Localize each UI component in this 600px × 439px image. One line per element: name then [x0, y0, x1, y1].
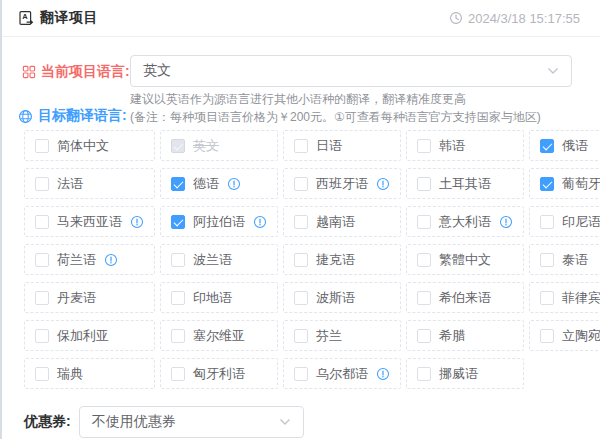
- language-option[interactable]: 菲律宾: [529, 282, 600, 313]
- checkbox[interactable]: [417, 215, 431, 229]
- language-label: 意大利语: [439, 213, 491, 231]
- checkbox[interactable]: [540, 215, 554, 229]
- language-option[interactable]: 葡萄牙语: [529, 168, 600, 199]
- current-language-value: 英文: [143, 62, 171, 80]
- checkbox[interactable]: [294, 139, 308, 153]
- language-option[interactable]: 匈牙利语: [160, 358, 278, 389]
- checkbox[interactable]: [417, 291, 431, 305]
- language-option[interactable]: 印尼语: [529, 206, 600, 237]
- checkbox[interactable]: [171, 291, 185, 305]
- language-label: 法语: [57, 175, 83, 193]
- checkbox[interactable]: [540, 177, 554, 191]
- checkbox[interactable]: [35, 291, 49, 305]
- language-label: 芬兰: [316, 327, 342, 345]
- coupon-label: 优惠券:: [24, 413, 71, 431]
- language-label: 泰语: [562, 251, 588, 269]
- checkbox[interactable]: [171, 367, 185, 381]
- checkbox[interactable]: [540, 329, 554, 343]
- language-option[interactable]: 希伯来语: [406, 282, 524, 313]
- language-label: 希伯来语: [439, 289, 491, 307]
- checkbox[interactable]: [417, 253, 431, 267]
- checkbox[interactable]: [294, 215, 308, 229]
- language-option[interactable]: 丹麦语: [24, 282, 155, 313]
- checkbox[interactable]: [417, 367, 431, 381]
- checkbox[interactable]: [540, 253, 554, 267]
- language-option[interactable]: 德语: [160, 168, 278, 199]
- info-icon[interactable]: [376, 367, 390, 381]
- checkbox[interactable]: [417, 329, 431, 343]
- checkbox[interactable]: [294, 291, 308, 305]
- info-icon[interactable]: [253, 215, 267, 229]
- checkbox[interactable]: [294, 177, 308, 191]
- language-option[interactable]: 希腊: [406, 320, 524, 351]
- language-option[interactable]: 土耳其语: [406, 168, 524, 199]
- info-icon[interactable]: [227, 177, 241, 191]
- checkbox[interactable]: [35, 177, 49, 191]
- language-option[interactable]: 阿拉伯语: [160, 206, 278, 237]
- language-option[interactable]: 乌尔都语: [283, 358, 401, 389]
- language-option[interactable]: 立陶宛: [529, 320, 600, 351]
- checkbox[interactable]: [35, 139, 49, 153]
- language-option[interactable]: 马来西亚语: [24, 206, 155, 237]
- language-label: 越南语: [316, 213, 355, 231]
- language-option[interactable]: 越南语: [283, 206, 401, 237]
- checkbox[interactable]: [35, 253, 49, 267]
- language-option[interactable]: 繁體中文: [406, 244, 524, 275]
- language-option[interactable]: 荷兰语: [24, 244, 155, 275]
- language-option[interactable]: 俄语: [529, 130, 600, 161]
- info-icon[interactable]: [499, 215, 513, 229]
- checkbox[interactable]: [171, 177, 185, 191]
- language-option[interactable]: 保加利亚: [24, 320, 155, 351]
- info-icon[interactable]: [130, 215, 144, 229]
- coupon-select[interactable]: 不使用优惠券: [79, 406, 304, 438]
- language-option[interactable]: 印地语: [160, 282, 278, 313]
- checkbox[interactable]: [417, 177, 431, 191]
- language-label: 印尼语: [562, 213, 600, 231]
- language-option[interactable]: 西班牙语: [283, 168, 401, 199]
- checkbox[interactable]: [294, 367, 308, 381]
- checkbox[interactable]: [540, 139, 554, 153]
- language-option[interactable]: 简体中文: [24, 130, 155, 161]
- language-label: 阿拉伯语: [193, 213, 245, 231]
- language-option[interactable]: 波斯语: [283, 282, 401, 313]
- language-option[interactable]: 捷克语: [283, 244, 401, 275]
- language-option[interactable]: 塞尔维亚: [160, 320, 278, 351]
- checkbox[interactable]: [35, 215, 49, 229]
- checkbox[interactable]: [294, 253, 308, 267]
- language-option[interactable]: 挪威语: [406, 358, 524, 389]
- info-icon[interactable]: [104, 253, 118, 267]
- checkbox[interactable]: [417, 139, 431, 153]
- checkbox[interactable]: [171, 253, 185, 267]
- language-label: 菲律宾: [562, 289, 600, 307]
- language-label: 挪威语: [439, 365, 478, 383]
- checkbox[interactable]: [294, 329, 308, 343]
- current-language-select[interactable]: 英文: [130, 55, 572, 87]
- language-label: 简体中文: [57, 137, 109, 155]
- language-label: 波兰语: [193, 251, 232, 269]
- language-label: 立陶宛: [562, 327, 600, 345]
- language-label: 英文: [193, 137, 219, 155]
- language-option[interactable]: 芬兰: [283, 320, 401, 351]
- language-option[interactable]: 英文: [160, 130, 278, 161]
- language-option[interactable]: 意大利语: [406, 206, 524, 237]
- page-title: 翻译项目: [40, 9, 98, 27]
- checkbox[interactable]: [171, 215, 185, 229]
- checkbox[interactable]: [171, 329, 185, 343]
- language-label: 葡萄牙语: [562, 175, 600, 193]
- checkbox[interactable]: [171, 139, 185, 153]
- language-option[interactable]: 瑞典: [24, 358, 155, 389]
- language-option[interactable]: 日语: [283, 130, 401, 161]
- language-label: 印地语: [193, 289, 232, 307]
- language-option[interactable]: 法语: [24, 168, 155, 199]
- checkbox[interactable]: [35, 329, 49, 343]
- info-icon[interactable]: [376, 177, 390, 191]
- language-option[interactable]: 泰语: [529, 244, 600, 275]
- language-grid: 简体中文 英文 日语 韩语 俄语 法语 德语: [24, 130, 586, 389]
- language-option[interactable]: 韩语: [406, 130, 524, 161]
- checkbox[interactable]: [35, 367, 49, 381]
- translate-document-icon: A: [18, 10, 34, 26]
- current-language-label: 当前项目语言:: [22, 63, 130, 81]
- language-option[interactable]: 波兰语: [160, 244, 278, 275]
- checkbox[interactable]: [540, 291, 554, 305]
- chevron-down-icon: [547, 67, 559, 75]
